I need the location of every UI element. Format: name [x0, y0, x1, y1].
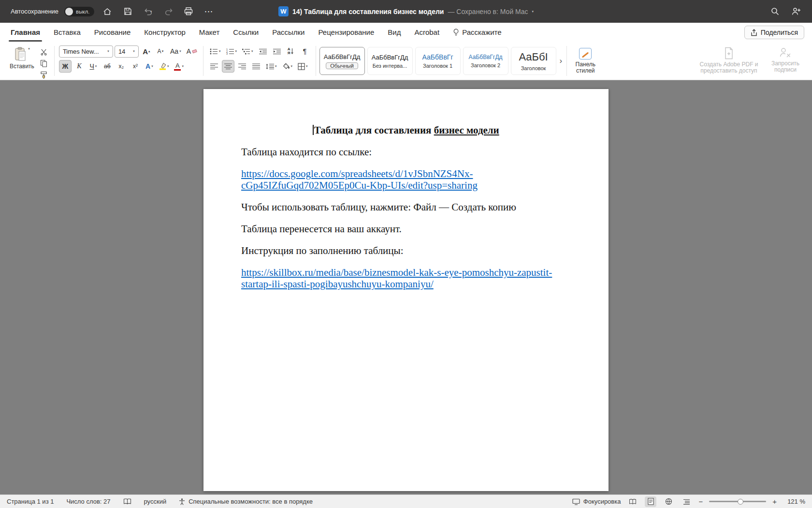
- styles-gallery-more-button[interactable]: ›: [559, 56, 564, 66]
- style-no-spacing[interactable]: АаБбВвГгДд Без интерва...: [367, 47, 413, 75]
- tab-draw[interactable]: Рисование: [87, 23, 138, 42]
- copy-button[interactable]: [38, 59, 50, 68]
- tab-acrobat[interactable]: Acrobat: [407, 23, 446, 42]
- request-signatures-button[interactable]: Запросить подписи: [765, 47, 806, 73]
- autosave-toggle[interactable]: выкл.: [64, 7, 94, 16]
- change-case-button[interactable]: Аа▾: [168, 45, 183, 58]
- group-separator: [203, 46, 203, 76]
- style-preview: АаБбВвГг: [422, 53, 453, 61]
- tab-label: Ссылки: [233, 28, 259, 36]
- tab-insert[interactable]: Вставка: [47, 23, 87, 42]
- style-title[interactable]: АаБбI Заголовок: [511, 47, 556, 75]
- accessibility-status[interactable]: Специальные возможности: все в порядке: [179, 498, 313, 505]
- show-paragraph-marks-button[interactable]: ¶: [299, 45, 311, 58]
- font-color-bar-icon: [174, 69, 181, 71]
- increase-indent-button[interactable]: [271, 45, 283, 58]
- skillbox-link[interactable]: https://skillbox.ru/media/base/biznesmod…: [241, 267, 552, 290]
- cut-button[interactable]: [38, 47, 50, 57]
- format-painter-button[interactable]: [38, 70, 50, 80]
- more-commands-button[interactable]: ⋯: [202, 4, 216, 19]
- justify-button[interactable]: [250, 60, 262, 73]
- superscript-button[interactable]: х²: [129, 60, 142, 73]
- undo-button[interactable]: ▾: [141, 4, 155, 19]
- style-heading-2[interactable]: АаБбВвГгДд Заголовок 2: [463, 47, 508, 75]
- align-center-button[interactable]: [222, 60, 234, 73]
- print-layout-button[interactable]: [645, 496, 656, 507]
- share-label: Поделиться: [761, 29, 798, 36]
- align-left-button[interactable]: [208, 60, 220, 73]
- zoom-out-button[interactable]: −: [698, 497, 703, 506]
- clear-formatting-button[interactable]: А: [185, 45, 199, 58]
- bullets-button[interactable]: ▾: [208, 45, 223, 58]
- zoom-slider[interactable]: [709, 501, 766, 502]
- create-adobe-pdf-button[interactable]: Создать Adobe PDF и предоставить доступ: [698, 47, 760, 74]
- paragraph-copy-instruction: Чтобы использовать таблицу, нажмите: Фай…: [241, 201, 571, 213]
- search-button[interactable]: [768, 4, 782, 19]
- numbering-button[interactable]: 123 ▾: [224, 45, 239, 58]
- zoom-level[interactable]: 121 %: [783, 498, 805, 505]
- tab-home[interactable]: Главная: [4, 23, 47, 42]
- autosave-state: выкл.: [76, 9, 89, 15]
- font-family-select[interactable]: Times New... ▾: [59, 45, 113, 58]
- tab-view[interactable]: Вид: [381, 23, 407, 42]
- style-preview: АаБбВвГгДд: [372, 54, 408, 61]
- proofing-status[interactable]: [123, 498, 131, 505]
- text-effects-button[interactable]: А▾: [143, 60, 156, 73]
- google-sheets-link[interactable]: https://docs.google.com/spreadsheets/d/1…: [241, 168, 478, 191]
- home-button[interactable]: [100, 4, 115, 19]
- shading-button[interactable]: ▾: [280, 60, 295, 73]
- clear-formatting-glyph: А: [187, 47, 191, 55]
- line-spacing-icon: [266, 63, 274, 70]
- tab-references[interactable]: Ссылки: [226, 23, 265, 42]
- zoom-slider-knob[interactable]: [738, 499, 743, 505]
- tab-design[interactable]: Конструктор: [137, 23, 192, 42]
- shrink-font-button[interactable]: А▾: [154, 45, 167, 58]
- tab-review[interactable]: Рецензирование: [311, 23, 381, 42]
- print-button[interactable]: [181, 4, 196, 19]
- underline-button[interactable]: Ч▾: [87, 60, 100, 73]
- share-button[interactable]: Поделиться: [744, 26, 804, 39]
- redo-icon: [164, 8, 173, 15]
- page-indicator[interactable]: Страница 1 из 1: [7, 498, 54, 505]
- group-separator: [54, 46, 55, 76]
- multilevel-list-button[interactable]: ▾: [240, 45, 255, 58]
- save-button[interactable]: [120, 4, 135, 19]
- style-heading-1[interactable]: АаБбВвГг Заголовок 1: [415, 47, 461, 75]
- chevron-down-icon: ▾: [179, 49, 181, 53]
- document-page[interactable]: Таблица для составления бизнес модели Та…: [203, 89, 609, 491]
- word-count[interactable]: Число слов: 27: [66, 498, 110, 505]
- language-selector[interactable]: русский: [144, 498, 167, 505]
- highlight-color-button[interactable]: ▾: [157, 60, 171, 73]
- zoom-in-button[interactable]: +: [772, 497, 777, 506]
- style-name: Обычный: [326, 62, 358, 69]
- change-case-glyph: Аа: [170, 47, 178, 55]
- strikethrough-button[interactable]: аб: [101, 60, 114, 73]
- document-title-menu[interactable]: W 14) Таблица для составления бизнес мод…: [278, 0, 534, 23]
- outline-view-button[interactable]: [681, 496, 692, 507]
- line-spacing-button[interactable]: ▾: [264, 60, 279, 73]
- subscript-button[interactable]: х₂: [115, 60, 128, 73]
- account-button[interactable]: [789, 4, 803, 19]
- read-mode-button[interactable]: [627, 496, 638, 507]
- style-normal[interactable]: АаБбВвГгДд Обычный: [319, 47, 365, 75]
- bold-button[interactable]: Ж: [59, 60, 72, 73]
- decrease-indent-button[interactable]: [257, 45, 269, 58]
- paste-button[interactable]: ▾ Вставить: [8, 46, 36, 71]
- font-color-button[interactable]: А ▾: [172, 60, 186, 73]
- styles-pane-button[interactable]: Панель стилей: [569, 44, 601, 78]
- grow-font-button[interactable]: А▴: [140, 45, 153, 58]
- status-bar: Страница 1 из 1 Число слов: 27 русский С…: [0, 494, 812, 508]
- tab-tell-me[interactable]: Расскажите: [446, 23, 508, 42]
- align-center-icon: [224, 63, 232, 70]
- document-canvas[interactable]: Таблица для составления бизнес модели Та…: [0, 80, 812, 494]
- redo-button[interactable]: [161, 4, 175, 19]
- italic-button[interactable]: К: [73, 60, 86, 73]
- borders-button[interactable]: ▾: [296, 60, 310, 73]
- web-layout-button[interactable]: [663, 496, 674, 507]
- tab-layout[interactable]: Макет: [192, 23, 226, 42]
- tab-mailings[interactable]: Рассылки: [265, 23, 311, 42]
- font-size-select[interactable]: 14 ▾: [115, 45, 139, 58]
- sort-button[interactable]: АЯ: [285, 45, 297, 58]
- focus-mode-button[interactable]: Фокусировка: [572, 498, 621, 505]
- align-right-button[interactable]: [236, 60, 248, 73]
